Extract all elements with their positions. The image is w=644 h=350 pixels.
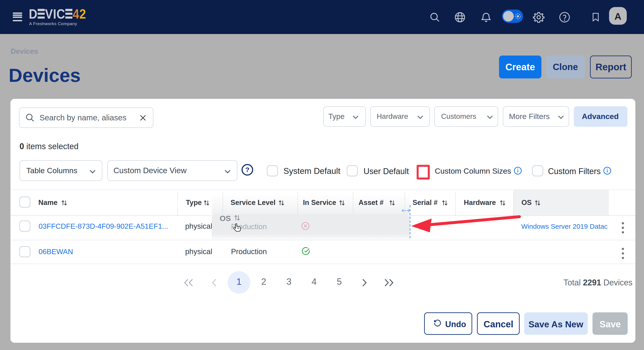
svg-text:?: ?	[245, 166, 250, 173]
